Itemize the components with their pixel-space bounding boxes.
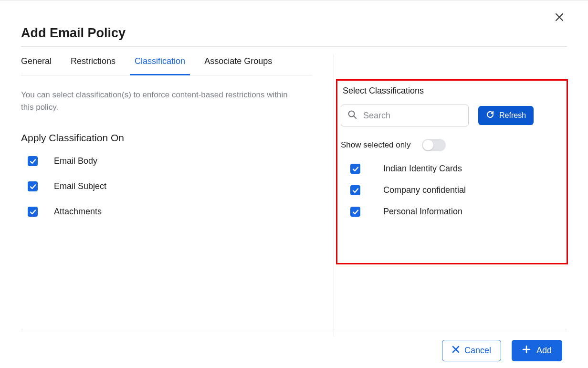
classification-item[interactable]: Company confidential — [350, 185, 567, 195]
toggle-knob — [423, 140, 433, 150]
option-email-subject[interactable]: Email Subject — [28, 181, 319, 191]
add-label: Add — [536, 346, 552, 356]
divider — [21, 46, 567, 47]
show-selected-only-label: Show selected only — [341, 140, 410, 150]
classification-item[interactable]: Personal Information — [350, 207, 567, 217]
option-email-body[interactable]: Email Body — [28, 156, 319, 166]
cancel-label: Cancel — [464, 346, 491, 356]
tab-classification[interactable]: Classification — [135, 56, 185, 75]
plus-icon — [522, 345, 531, 356]
option-label: Email Body — [54, 156, 97, 166]
classification-label: Personal Information — [383, 207, 462, 217]
modal-title: Add Email Policy — [21, 26, 567, 41]
footer-divider — [21, 331, 567, 331]
refresh-label: Refresh — [499, 111, 526, 120]
search-input[interactable] — [362, 110, 462, 121]
tab-bar: General Restrictions Classification Asso… — [21, 56, 312, 75]
search-icon — [347, 109, 357, 122]
tab-restrictions[interactable]: Restrictions — [71, 56, 116, 75]
checkbox-checked-icon[interactable] — [28, 207, 38, 217]
tab-associate-groups[interactable]: Associate Groups — [204, 56, 272, 75]
apply-classification-heading: Apply Classification On — [21, 132, 319, 144]
close-icon — [452, 346, 460, 356]
refresh-button[interactable]: Refresh — [478, 106, 534, 125]
checkbox-checked-icon[interactable] — [350, 185, 360, 195]
classification-label: Company confidential — [383, 185, 466, 195]
add-email-policy-modal: Add Email Policy General Restrictions Cl… — [21, 9, 567, 368]
search-input-wrapper[interactable] — [341, 105, 469, 126]
classification-item[interactable]: Indian Identity Cards — [350, 164, 567, 174]
checkbox-checked-icon[interactable] — [350, 207, 360, 217]
checkbox-checked-icon[interactable] — [28, 181, 38, 191]
svg-point-0 — [349, 111, 355, 117]
classification-label: Indian Identity Cards — [383, 164, 462, 174]
tab-general[interactable]: General — [21, 56, 52, 75]
hint-text: You can select classification(s) to enfo… — [21, 89, 288, 113]
option-label: Attachments — [54, 207, 102, 217]
refresh-icon — [486, 110, 494, 121]
add-button[interactable]: Add — [512, 340, 562, 361]
checkbox-checked-icon[interactable] — [350, 164, 360, 174]
show-selected-only-toggle[interactable] — [422, 139, 446, 151]
option-attachments[interactable]: Attachments — [28, 207, 319, 217]
option-label: Email Subject — [54, 181, 106, 191]
cancel-button[interactable]: Cancel — [442, 340, 501, 361]
select-classifications-heading: Select Classifications — [343, 86, 567, 96]
checkbox-checked-icon[interactable] — [28, 156, 38, 166]
